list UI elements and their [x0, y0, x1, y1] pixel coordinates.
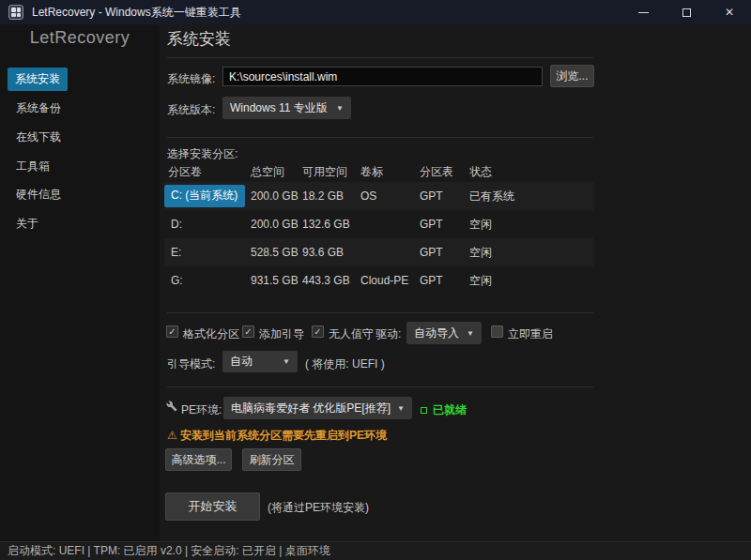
cell-free: 18.2 GB [302, 189, 360, 203]
chevron-down-icon: ▼ [397, 404, 405, 413]
divider [167, 57, 593, 58]
driver-dropdown[interactable]: 自动导入 ▼ [406, 322, 482, 344]
cell-free: 443.3 GB [302, 274, 360, 287]
start-install-button[interactable]: 开始安装 [165, 492, 260, 521]
cell-status: 空闲 [469, 273, 593, 289]
col-header-volume: 分区卷 [164, 164, 251, 180]
close-button[interactable]: ✕ [708, 0, 751, 24]
warning-text: 安装到当前系统分区需要先重启到PE环境 [180, 429, 387, 442]
partition-row-d[interactable]: D: 200.0 GB 132.6 GB GPT 空闲 [164, 210, 593, 238]
refresh-partitions-button[interactable]: 刷新分区 [242, 448, 301, 471]
app-logo-icon [8, 5, 23, 20]
cell-total: 200.0 GB [251, 189, 302, 203]
minimize-button[interactable] [621, 0, 665, 24]
format-partition-checkbox[interactable]: ✓ [166, 325, 178, 338]
statusbar-text: 启动模式: UEFI | TPM: 已启用 v2.0 | 安全启动: 已开启 |… [8, 543, 330, 559]
chevron-down-icon: ▼ [283, 357, 290, 366]
col-header-status: 状态 [469, 164, 593, 180]
cell-label: Cloud-PE [360, 274, 420, 287]
reboot-now-checkbox[interactable] [491, 325, 503, 338]
window-title: LetRecovery - Windows系统一键重装工具 [32, 5, 241, 21]
cell-table: GPT [420, 189, 469, 203]
version-dropdown[interactable]: Windows 11 专业版 ▼ [222, 97, 351, 119]
boot-mode-note: ( 将使用: UEFI ) [305, 356, 385, 372]
version-value: Windows 11 专业版 [230, 100, 328, 116]
app-window: LetRecovery - Windows系统一键重装工具 ✕ LetRecov… [0, 0, 751, 560]
col-header-label: 卷标 [360, 164, 420, 180]
cell-total: 200.0 GB [251, 218, 302, 231]
cell-free: 93.6 GB [302, 246, 360, 259]
partition-row-e[interactable]: E: 528.5 GB 93.6 GB GPT 空闲 [164, 238, 593, 266]
sidebar-item-system-backup[interactable]: 系统备份 [0, 97, 160, 120]
pe-ready-status: 已就绪 [421, 402, 467, 418]
sidebar-item-toolbox[interactable]: 工具箱 [0, 155, 160, 178]
cell-status: 已有系统 [469, 189, 593, 204]
cell-status: 空闲 [469, 245, 593, 261]
partition-table-header: 分区卷 总空间 可用空间 卷标 分区表 状态 [164, 161, 593, 182]
cell-table: GPT [420, 218, 469, 231]
version-label: 系统版本: [167, 102, 215, 118]
advanced-options-button[interactable]: 高级选项... [165, 448, 232, 471]
browse-button[interactable]: 浏览... [550, 65, 594, 87]
titlebar: LetRecovery - Windows系统一键重装工具 ✕ [0, 0, 751, 24]
cell-volume: G: [164, 274, 251, 287]
format-partition-label[interactable]: 格式化分区 [183, 326, 239, 342]
pe-env-label: PE环境: [181, 402, 222, 418]
selected-volume-badge[interactable]: C: (当前系统) [164, 185, 245, 207]
partition-row-g[interactable]: G: 931.5 GB 443.3 GB Cloud-PE GPT 空闲 [164, 266, 593, 295]
pe-warning: ⚠ 安装到当前系统分区需要先重启到PE环境 [167, 428, 387, 444]
col-header-table: 分区表 [420, 164, 469, 180]
unattended-checkbox[interactable]: ✓ [312, 325, 324, 338]
partition-section-label: 选择安装分区: [167, 146, 238, 162]
sidebar-item-online-download[interactable]: 在线下载 [0, 126, 160, 149]
cell-volume: D: [164, 218, 251, 231]
divider [167, 386, 593, 387]
reboot-now-label[interactable]: 立即重启 [508, 326, 553, 342]
divider [167, 137, 593, 138]
sidebar-item-about[interactable]: 关于 [0, 212, 160, 235]
col-header-total: 总空间 [251, 164, 302, 180]
boot-mode-value: 自动 [230, 354, 253, 370]
pe-env-value: 电脑病毒爱好者 优化版PE[推荐] [231, 401, 391, 416]
driver-value: 自动导入 [414, 325, 459, 341]
boot-mode-dropdown[interactable]: 自动 ▼ [222, 351, 298, 372]
maximize-icon [682, 8, 691, 17]
cell-label: OS [360, 189, 420, 203]
minimize-icon [638, 12, 649, 13]
unattended-label[interactable]: 无人值守 [329, 326, 374, 342]
cell-total: 931.5 GB [251, 274, 302, 287]
image-path-label: 系统镜像: [167, 71, 215, 87]
cell-total: 528.5 GB [251, 246, 302, 259]
cell-status: 空闲 [469, 217, 593, 233]
cell-free: 132.6 GB [302, 218, 360, 231]
maximize-button[interactable] [665, 0, 708, 24]
cell-table: GPT [420, 246, 469, 259]
add-boot-checkbox[interactable]: ✓ [242, 325, 254, 338]
col-header-free: 可用空间 [302, 164, 360, 180]
close-icon: ✕ [725, 7, 734, 18]
boot-mode-label: 引导模式: [167, 356, 215, 372]
chevron-down-icon: ▼ [467, 329, 474, 338]
partition-table: 分区卷 总空间 可用空间 卷标 分区表 状态 C: (当前系统) 200.0 G… [164, 161, 593, 295]
divider [167, 312, 593, 313]
page-title: 系统安装 [167, 28, 231, 50]
ready-indicator-icon [421, 407, 427, 414]
add-boot-label[interactable]: 添加引导 [259, 326, 304, 342]
sidebar-item-hardware-info[interactable]: 硬件信息 [0, 183, 160, 206]
chevron-down-icon: ▼ [336, 104, 344, 113]
warning-icon: ⚠ [167, 429, 177, 442]
pe-env-dropdown[interactable]: 电脑病毒爱好者 优化版PE[推荐] ▼ [223, 397, 412, 419]
cell-volume: E: [164, 246, 251, 259]
ready-text: 已就绪 [433, 402, 467, 418]
image-path-input[interactable] [222, 67, 543, 86]
wrench-icon [166, 401, 177, 412]
sidebar-item-system-install[interactable]: 系统安装 [8, 68, 68, 91]
sidebar: LetRecovery 系统安装 系统备份 在线下载 工具箱 硬件信息 关于 [0, 24, 160, 541]
window-controls: ✕ [621, 0, 751, 24]
partition-row-c[interactable]: C: (当前系统) 200.0 GB 18.2 GB OS GPT 已有系统 [164, 182, 593, 210]
cell-table: GPT [420, 274, 469, 287]
statusbar: 启动模式: UEFI | TPM: 已启用 v2.0 | 安全启动: 已开启 |… [0, 541, 751, 560]
app-logo-text: LetRecovery [0, 28, 160, 48]
driver-label: 驱动: [376, 326, 401, 342]
install-note: (将通过PE环境安装) [268, 500, 369, 516]
